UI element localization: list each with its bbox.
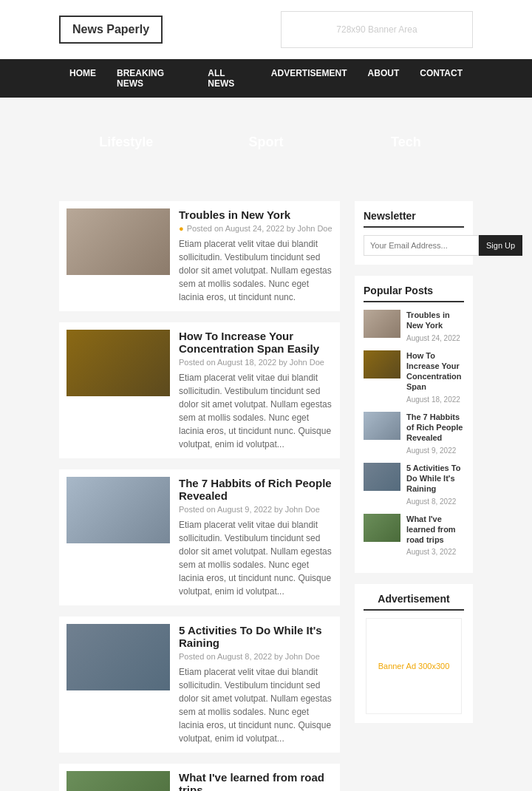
popular-post-info: The 7 Habbits of Rich People Revealed Au… [406, 412, 464, 455]
popular-post-date: August 24, 2022 [406, 334, 460, 342]
nav-advertisement[interactable]: ADVERTISEMENT [261, 59, 358, 98]
article-thumbnail [66, 771, 170, 791]
popular-post-thumb [364, 350, 400, 378]
popular-posts-title: Popular Posts [364, 285, 464, 302]
popular-post-info: Troubles in New York August 24, 2022 [406, 310, 464, 343]
popular-post-title[interactable]: What I've learned from road trips [406, 514, 464, 546]
site-logo[interactable]: News Paperly [59, 16, 163, 44]
sidebar-advertisement: Advertisement Banner Ad 300x300 [355, 584, 473, 723]
popular-post-title[interactable]: The 7 Habbits of Rich People Revealed [406, 412, 464, 444]
popular-post-title[interactable]: 5 Activities To Do While It's Raining [406, 463, 464, 495]
sidebar-newsletter: Newsletter Sign Up [355, 201, 473, 265]
popular-post-info: What I've learned from road trips August… [406, 514, 464, 557]
article-card: What I've learned from road trips Posted… [59, 764, 340, 791]
main-nav: HOME BREAKING NEWS ALL NEWS ADVERTISEMEN… [0, 59, 532, 98]
popular-post-item: The 7 Habbits of Rich People Revealed Au… [364, 412, 464, 455]
article-card: 5 Activities To Do While It's Raining Po… [59, 617, 340, 753]
popular-post-info: 5 Activities To Do While It's Raining Au… [406, 463, 464, 506]
newsletter-title: Newsletter [364, 210, 464, 228]
popular-post-title[interactable]: How To Increase Your Concentration Span [406, 350, 464, 393]
article-body: How To Increase Your Concentration Span … [179, 330, 332, 451]
article-title[interactable]: 5 Activities To Do While It's Raining [179, 624, 332, 649]
article-excerpt: Etiam placerat velit vitae dui blandit s… [179, 665, 332, 745]
newsletter-email-input[interactable] [364, 235, 479, 256]
nav-breaking-news[interactable]: BREAKING NEWS [106, 59, 197, 98]
article-thumbnail [66, 208, 170, 275]
nav-about[interactable]: ABOUT [358, 59, 410, 98]
article-thumbnail [66, 477, 170, 543]
popular-post-item: Troubles in New York August 24, 2022 [364, 310, 464, 343]
article-thumbnail [66, 330, 170, 396]
article-excerpt: Etiam placerat velit vitae dui blandit s… [179, 371, 332, 451]
article-body: What I've learned from road trips Posted… [179, 771, 332, 791]
newsletter-signup-button[interactable]: Sign Up [479, 235, 522, 256]
article-title[interactable]: What I've learned from road trips [179, 771, 332, 791]
article-card: How To Increase Your Concentration Span … [59, 322, 340, 458]
popular-post-date: August 8, 2022 [406, 498, 456, 506]
top-banner: 728x90 Banner Area [281, 11, 473, 48]
popular-post-thumb [364, 463, 400, 491]
article-meta: Posted on August 8, 2022 by John Doe [179, 652, 332, 661]
popular-post-title[interactable]: Troubles in New York [406, 310, 464, 331]
article-thumbnail [66, 624, 170, 690]
article-card: Troubles in New York ●Posted on August 2… [59, 201, 340, 311]
article-body: Troubles in New York ●Posted on August 2… [179, 208, 332, 304]
content-area: Troubles in New York ●Posted on August 2… [59, 201, 340, 791]
popular-post-item: What I've learned from road trips August… [364, 514, 464, 557]
ad-title: Advertisement [364, 593, 464, 611]
nav-all-news[interactable]: ALL NEWS [197, 59, 261, 98]
popular-post-date: August 3, 2022 [406, 548, 456, 556]
article-title[interactable]: How To Increase Your Concentration Span … [179, 330, 332, 355]
article-meta: Posted on August 9, 2022 by John Doe [179, 505, 332, 514]
ad-box: Banner Ad 300x300 [366, 618, 462, 714]
popular-post-thumb [364, 514, 400, 542]
category-tech[interactable]: Tech [339, 112, 473, 172]
nav-home[interactable]: HOME [59, 59, 106, 98]
popular-post-date: August 18, 2022 [406, 396, 460, 404]
popular-post-item: How To Increase Your Concentration Span … [364, 350, 464, 404]
sidebar-popular-posts: Popular Posts Troubles in New York Augus… [355, 276, 473, 573]
article-title[interactable]: Troubles in New York [179, 208, 332, 221]
article-body: 5 Activities To Do While It's Raining Po… [179, 624, 332, 745]
popular-post-date: August 9, 2022 [406, 447, 456, 455]
article-body: The 7 Habbits of Rich People Revealed Po… [179, 477, 332, 598]
category-lifestyle[interactable]: Lifestyle [59, 112, 193, 172]
category-cards: Lifestyle Sport Tech [0, 98, 532, 186]
newsletter-form: Sign Up [364, 235, 464, 256]
popular-post-thumb [364, 310, 400, 338]
category-sport[interactable]: Sport [199, 112, 332, 172]
nav-contact[interactable]: CONTACT [409, 59, 473, 98]
article-meta: Posted on August 18, 2022 by John Doe [179, 358, 332, 367]
popular-post-thumb [364, 412, 400, 440]
popular-post-info: How To Increase Your Concentration Span … [406, 350, 464, 404]
sidebar: Newsletter Sign Up Popular Posts Trouble… [355, 201, 473, 791]
article-excerpt: Etiam placerat velit vitae dui blandit s… [179, 518, 332, 598]
article-excerpt: Etiam placerat velit vitae dui blandit s… [179, 237, 332, 304]
header: News Paperly 728x90 Banner Area [0, 0, 532, 59]
article-meta: ●Posted on August 24, 2022 by John Doe [179, 224, 332, 233]
article-title[interactable]: The 7 Habbits of Rich People Revealed [179, 477, 332, 502]
main-container: Troubles in New York ●Posted on August 2… [0, 186, 532, 791]
popular-post-item: 5 Activities To Do While It's Raining Au… [364, 463, 464, 506]
article-card: The 7 Habbits of Rich People Revealed Po… [59, 469, 340, 605]
